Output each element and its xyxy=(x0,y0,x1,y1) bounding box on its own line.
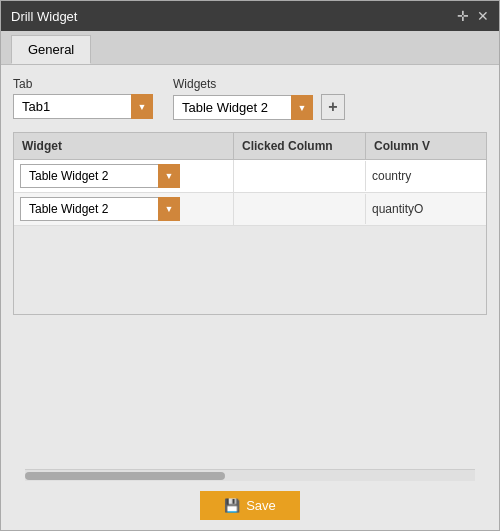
tab-label: Tab xyxy=(13,77,153,91)
save-button[interactable]: 💾 Save xyxy=(200,491,300,520)
row1-column-value-cell: country xyxy=(366,161,486,191)
spacer xyxy=(13,315,487,469)
widgets-label: Widgets xyxy=(173,77,345,91)
horizontal-scrollbar[interactable] xyxy=(25,469,475,481)
tab-form-group: Tab Tab1 xyxy=(13,77,153,119)
tab-bar: General xyxy=(1,31,499,65)
close-icon[interactable]: ✕ xyxy=(477,8,489,24)
dialog-title: Drill Widget xyxy=(11,9,77,24)
tab-general[interactable]: General xyxy=(11,35,91,64)
row1-widget-cell: Table Widget 2 xyxy=(14,160,234,192)
title-bar: Drill Widget ✛ ✕ xyxy=(1,1,499,31)
tab-select[interactable]: Tab1 xyxy=(13,94,153,119)
footer: 💾 Save xyxy=(1,481,499,530)
header-column-value: Column V xyxy=(366,133,486,159)
table-row: Table Widget 2 country xyxy=(14,160,486,193)
table-row: Table Widget 2 quantityO xyxy=(14,193,486,226)
title-bar-controls: ✛ ✕ xyxy=(457,8,489,24)
row2-column-value-cell: quantityO xyxy=(366,194,486,224)
row1-widget-select-wrap: Table Widget 2 xyxy=(20,164,180,188)
form-row: Tab Tab1 Widgets Table Widget 2 xyxy=(13,77,487,120)
widgets-row: Table Widget 2 + xyxy=(173,94,345,120)
widgets-select-wrap: Table Widget 2 xyxy=(173,95,313,120)
row2-widget-cell: Table Widget 2 xyxy=(14,193,234,225)
save-icon: 💾 xyxy=(224,498,240,513)
header-widget: Widget xyxy=(14,133,234,159)
move-icon[interactable]: ✛ xyxy=(457,8,469,24)
drill-table: Widget Clicked Column Column V Table Wid… xyxy=(13,132,487,469)
row2-widget-select[interactable]: Table Widget 2 xyxy=(20,197,180,221)
content-area: Tab Tab1 Widgets Table Widget 2 xyxy=(1,65,499,481)
widgets-form-group: Widgets Table Widget 2 + xyxy=(173,77,345,120)
scrollbar-thumb[interactable] xyxy=(25,472,225,480)
table-body: Table Widget 2 country Table Widget 2 xyxy=(13,159,487,315)
drill-widget-dialog: Drill Widget ✛ ✕ General Tab Tab1 xyxy=(0,0,500,531)
row1-widget-select[interactable]: Table Widget 2 xyxy=(20,164,180,188)
row1-clicked-column-cell xyxy=(234,161,366,191)
header-clicked-column: Clicked Column xyxy=(234,133,366,159)
add-widget-button[interactable]: + xyxy=(321,94,345,120)
row2-widget-select-wrap: Table Widget 2 xyxy=(20,197,180,221)
widgets-select[interactable]: Table Widget 2 xyxy=(173,95,313,120)
tab-select-wrap: Tab1 xyxy=(13,94,153,119)
table-header: Widget Clicked Column Column V xyxy=(13,132,487,159)
row2-clicked-column-cell xyxy=(234,194,366,224)
save-label: Save xyxy=(246,498,276,513)
